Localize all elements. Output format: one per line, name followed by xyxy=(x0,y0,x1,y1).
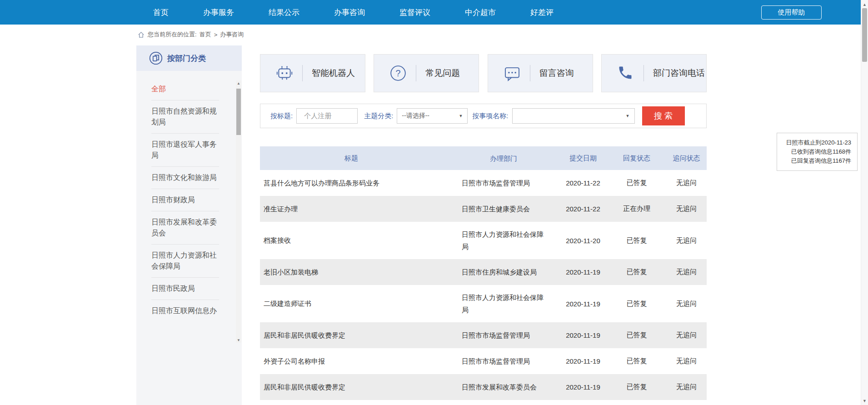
cell-title[interactable]: 外资子公司名称申报 xyxy=(260,353,453,370)
cell-followup-status: 无追问 xyxy=(666,268,707,276)
cell-reply-status: 已答复 xyxy=(607,236,666,245)
column-header: 标题 xyxy=(260,150,453,166)
cell-title[interactable]: 居民和非居民供暖收费界定 xyxy=(260,327,453,344)
chevron-down-icon: ▼ xyxy=(626,114,630,118)
scroll-down-icon[interactable]: ▼ xyxy=(236,337,241,343)
table-row[interactable]: 外资子公司名称申报日照市市场监督管理局2020-11-19已答复无追问 xyxy=(260,348,707,374)
quick-tab-question[interactable]: ?常见问题 xyxy=(374,54,479,92)
sidebar-item[interactable]: 日照市文化和旅游局 xyxy=(151,167,219,189)
topic-category-label: 主题分类: xyxy=(364,112,393,120)
sidebar-list: 全部日照市自然资源和规划局日照市退役军人事务局日照市文化和旅游局日照市财政局日照… xyxy=(136,71,242,322)
sidebar-scrollbar[interactable]: ▲ ▼ xyxy=(236,80,241,343)
breadcrumb-current: 办事咨询 xyxy=(220,30,244,39)
page-scrollbar-thumb[interactable] xyxy=(862,8,867,62)
cell-date: 2020-11-22 xyxy=(559,179,607,187)
breadcrumb-prefix: 您当前所在的位置: xyxy=(148,30,197,39)
table-row[interactable]: 老旧小区加装电梯日照市住房和城乡建设局2020-11-19已答复无追问 xyxy=(260,259,707,285)
cell-title[interactable]: 准生证办理 xyxy=(260,201,453,217)
scroll-up-icon[interactable]: ▲ xyxy=(236,80,241,86)
cell-reply-status: 已答复 xyxy=(607,331,666,340)
table-row[interactable]: 莒县什么地方可以办理商品条形码业务日照市市场监督管理局2020-11-22已答复… xyxy=(260,170,707,196)
quick-tab-phone[interactable]: 部门咨询电话 xyxy=(601,54,707,92)
stats-line: 日照市截止到2020-11-23 xyxy=(783,138,851,147)
cell-department: 日照市人力资源和社会保障局 xyxy=(453,285,559,322)
tab-separator xyxy=(302,65,303,81)
cell-followup-status: 无追问 xyxy=(666,331,707,340)
table-header: 标题办理部门提交日期回复状态追问状态 xyxy=(260,146,707,170)
cell-title[interactable]: 老旧小区加装电梯 xyxy=(260,264,453,280)
statistics-box: 日照市截止到2020-11-23已收到咨询信息1168件已回复咨询信息1167件 xyxy=(777,133,858,171)
column-header: 回复状态 xyxy=(607,154,666,163)
scroll-up-icon[interactable]: ▲ xyxy=(861,1,868,8)
message-icon xyxy=(504,65,521,82)
breadcrumb-home-link[interactable]: 首页 xyxy=(200,30,211,39)
cell-title[interactable]: 居民和非居民供暖收费界定 xyxy=(260,379,453,395)
cell-title[interactable]: 二级建造师证书 xyxy=(260,295,453,312)
quick-tab-message[interactable]: 留言咨询 xyxy=(488,54,593,92)
sidebar-item[interactable]: 日照市退役军人事务局 xyxy=(151,134,219,167)
search-button[interactable]: 搜 索 xyxy=(642,106,685,125)
sidebar-item[interactable]: 日照市互联网信息办 xyxy=(151,300,219,322)
tab-separator xyxy=(416,65,416,81)
tab-separator xyxy=(530,65,530,81)
title-search-input[interactable] xyxy=(296,108,358,124)
sidebar-scrollbar-thumb[interactable] xyxy=(236,89,241,135)
cell-date: 2020-11-22 xyxy=(559,205,607,213)
page-scrollbar[interactable]: ▲ ▼ xyxy=(861,0,868,405)
nav-item[interactable]: 监督评议 xyxy=(399,7,430,18)
sidebar-title: 按部门分类 xyxy=(167,53,206,64)
table-row[interactable]: 二级建造师证书日照市人力资源和社会保障局2020-11-19已答复无追问 xyxy=(260,285,707,322)
tab-separator xyxy=(644,65,644,81)
topic-category-select[interactable]: --请选择-- ▼ xyxy=(397,108,468,124)
column-header: 办理部门 xyxy=(453,146,559,171)
sidebar-item[interactable]: 全部 xyxy=(151,78,219,100)
cell-department: 日照市人力资源和社会保障局 xyxy=(453,222,559,259)
sidebar-item[interactable]: 日照市人力资源和社会保障局 xyxy=(151,245,219,278)
quick-tab-robot[interactable]: 智能机器人 xyxy=(260,54,365,92)
nav-item[interactable]: 办事咨询 xyxy=(334,7,365,18)
cell-reply-status: 已答复 xyxy=(607,179,666,187)
nav-item[interactable]: 首页 xyxy=(153,7,169,18)
cell-reply-status: 已答复 xyxy=(607,357,666,365)
cell-reply-status: 已答复 xyxy=(607,383,666,391)
question-icon: ? xyxy=(389,65,407,82)
cell-followup-status: 无追问 xyxy=(666,236,707,245)
cell-department: 日照市发展和改革委员会 xyxy=(453,375,559,400)
topic-category-selected: --请选择-- xyxy=(402,112,429,120)
phone-icon xyxy=(617,65,634,82)
scroll-down-icon[interactable]: ▼ xyxy=(861,397,868,404)
table-row[interactable]: 居民和非居民供暖收费界定日照市市场监督管理局2020-11-19已答复无追问 xyxy=(260,322,707,348)
home-icon xyxy=(138,31,145,38)
quick-tabs: 智能机器人?常见问题留言咨询部门咨询电话 xyxy=(260,54,707,92)
nav-item[interactable]: 好差评 xyxy=(530,7,554,18)
consultation-table: 标题办理部门提交日期回复状态追问状态 莒县什么地方可以办理商品条形码业务日照市市… xyxy=(260,146,707,400)
nav-item[interactable]: 结果公示 xyxy=(269,7,299,18)
table-row[interactable]: 居民和非居民供暖收费界定日照市发展和改革委员会2020-11-19已答复无追问 xyxy=(260,374,707,400)
cell-followup-status: 无追问 xyxy=(666,383,707,391)
sidebar-item[interactable]: 日照市发展和改革委员会 xyxy=(151,211,219,245)
department-sidebar: 按部门分类 全部日照市自然资源和规划局日照市退役军人事务局日照市文化和旅游局日照… xyxy=(136,45,242,405)
breadcrumb-separator: > xyxy=(214,31,218,38)
sidebar-item[interactable]: 日照市自然资源和规划局 xyxy=(151,100,219,134)
item-name-label: 按事项名称: xyxy=(472,112,508,120)
cell-date: 2020-11-19 xyxy=(559,357,607,365)
cell-reply-status: 正在办理 xyxy=(607,205,666,213)
table-body: 莒县什么地方可以办理商品条形码业务日照市市场监督管理局2020-11-22已答复… xyxy=(260,170,707,400)
nav-item[interactable]: 办事服务 xyxy=(203,7,234,18)
cell-department: 日照市市场监督管理局 xyxy=(453,170,559,195)
search-panel: 按标题: 主题分类: --请选择-- ▼ 按事项名称: ▼ 搜 索 xyxy=(260,104,707,128)
cell-followup-status: 无追问 xyxy=(666,179,707,187)
nav-item[interactable]: 中介超市 xyxy=(465,7,496,18)
cell-followup-status: 无追问 xyxy=(666,205,707,213)
cell-title[interactable]: 莒县什么地方可以办理商品条形码业务 xyxy=(260,175,453,191)
quick-tab-label: 智能机器人 xyxy=(312,67,355,79)
sidebar-item[interactable]: 日照市财政局 xyxy=(151,189,219,211)
cell-title[interactable]: 档案接收 xyxy=(260,232,453,249)
help-button[interactable]: 使用帮助 xyxy=(761,5,822,20)
table-row[interactable]: 准生证办理日照市卫生健康委员会2020-11-22正在办理无追问 xyxy=(260,196,707,222)
sidebar-header: 按部门分类 xyxy=(136,45,242,71)
table-row[interactable]: 档案接收日照市人力资源和社会保障局2020-11-20已答复无追问 xyxy=(260,222,707,259)
cell-date: 2020-11-19 xyxy=(559,331,607,339)
sidebar-item[interactable]: 日照市民政局 xyxy=(151,278,219,300)
item-name-select[interactable]: ▼ xyxy=(512,108,635,124)
